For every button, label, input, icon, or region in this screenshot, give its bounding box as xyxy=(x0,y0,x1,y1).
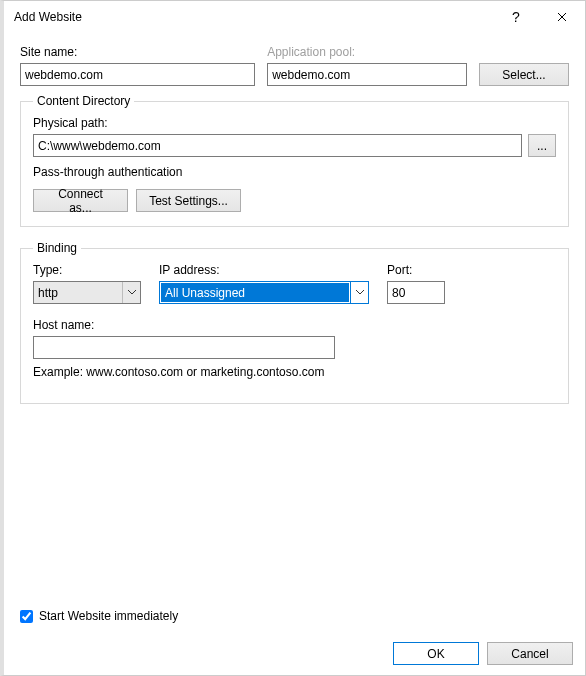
browse-path-button[interactable]: ... xyxy=(528,134,556,157)
close-icon xyxy=(557,12,567,22)
chevron-down-icon xyxy=(350,282,368,303)
test-settings-button[interactable]: Test Settings... xyxy=(136,189,241,212)
port-label: Port: xyxy=(387,263,445,277)
titlebar: Add Website ? xyxy=(4,1,585,33)
help-button[interactable]: ? xyxy=(493,2,539,32)
binding-legend: Binding xyxy=(33,241,81,255)
ip-value: All Unassigned xyxy=(161,283,349,302)
type-value: http xyxy=(34,286,122,300)
hostname-example: Example: www.contoso.com or marketing.co… xyxy=(33,365,556,379)
content-directory-legend: Content Directory xyxy=(33,94,134,108)
cancel-button[interactable]: Cancel xyxy=(487,642,573,665)
ip-select[interactable]: All Unassigned xyxy=(159,281,369,304)
start-immediately-label: Start Website immediately xyxy=(39,609,178,623)
passthru-label: Pass-through authentication xyxy=(33,165,556,179)
port-input[interactable] xyxy=(387,281,445,304)
ok-button[interactable]: OK xyxy=(393,642,479,665)
chevron-down-icon xyxy=(122,282,140,303)
binding-group: Binding Type: http IP address: All Unass… xyxy=(20,241,569,404)
type-select[interactable]: http xyxy=(33,281,141,304)
close-button[interactable] xyxy=(539,2,585,32)
hostname-input[interactable] xyxy=(33,336,335,359)
select-app-pool-button[interactable]: Select... xyxy=(479,63,569,86)
site-name-label: Site name: xyxy=(20,45,255,59)
type-label: Type: xyxy=(33,263,141,277)
start-immediately-checkbox[interactable] xyxy=(20,610,33,623)
site-name-input[interactable] xyxy=(20,63,255,86)
physical-path-input[interactable] xyxy=(33,134,522,157)
connect-as-button[interactable]: Connect as... xyxy=(33,189,128,212)
content-directory-group: Content Directory Physical path: ... Pas… xyxy=(20,94,569,227)
window-title: Add Website xyxy=(14,10,493,24)
ip-label: IP address: xyxy=(159,263,369,277)
app-pool-label: Application pool: xyxy=(267,45,467,59)
app-pool-input xyxy=(267,63,467,86)
physical-path-label: Physical path: xyxy=(33,116,556,130)
hostname-label: Host name: xyxy=(33,318,556,332)
